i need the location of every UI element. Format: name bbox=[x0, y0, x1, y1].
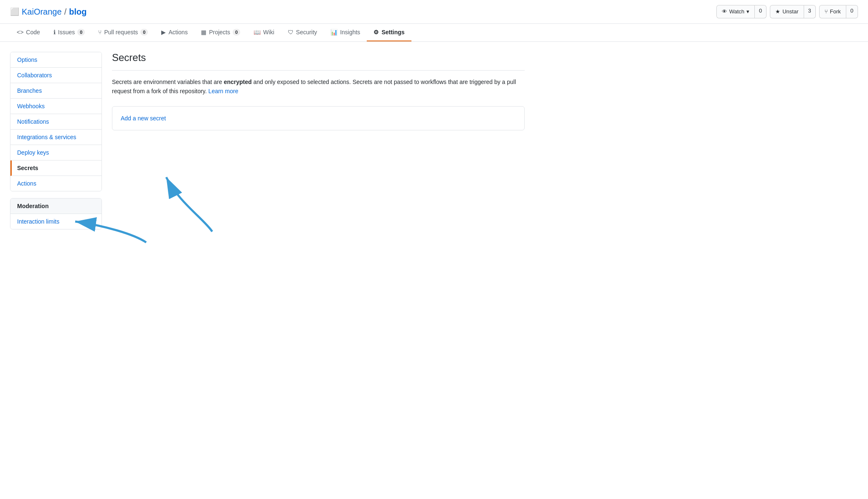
sidebar-main-section: Options Collaborators Branches Webhooks … bbox=[10, 52, 102, 191]
sidebar-moderation-section: Moderation Interaction limits bbox=[10, 198, 102, 229]
pull-requests-badge: 0 bbox=[140, 29, 148, 36]
sidebar-item-branches[interactable]: Branches bbox=[10, 83, 102, 99]
content-area: Secrets Secrets are environment variable… bbox=[112, 52, 525, 236]
top-actions: 👁 Watch ▾ 0 ★ Unstar 3 ⑂ Fork 0 bbox=[716, 5, 858, 18]
sidebar-item-notifications[interactable]: Notifications bbox=[10, 114, 102, 130]
sidebar: Options Collaborators Branches Webhooks … bbox=[10, 52, 102, 236]
sidebar-item-label: Notifications bbox=[17, 118, 49, 125]
sidebar-moderation-header: Moderation bbox=[10, 199, 102, 214]
sidebar-item-deploy-keys[interactable]: Deploy keys bbox=[10, 145, 102, 160]
security-icon: 🛡 bbox=[288, 29, 294, 36]
nav-security[interactable]: 🛡 Security bbox=[281, 24, 324, 41]
nav-settings[interactable]: ⚙ Settings bbox=[367, 24, 411, 41]
repo-separator: / bbox=[64, 7, 67, 17]
sidebar-item-label: Integrations & services bbox=[17, 134, 76, 140]
nav-settings-label: Settings bbox=[381, 29, 404, 36]
fork-button[interactable]: ⑂ Fork bbox=[819, 5, 846, 18]
nav-insights[interactable]: 📊 Insights bbox=[324, 24, 367, 41]
page-title: Secrets bbox=[112, 52, 525, 71]
settings-icon: ⚙ bbox=[373, 29, 379, 36]
fork-group: ⑂ Fork 0 bbox=[819, 5, 858, 18]
sidebar-item-integrations[interactable]: Integrations & services bbox=[10, 130, 102, 145]
nav-actions-label: Actions bbox=[168, 29, 188, 36]
nav-code-label: Code bbox=[26, 29, 40, 36]
nav-wiki[interactable]: 📖 Wiki bbox=[247, 24, 281, 41]
sidebar-item-label: Collaborators bbox=[17, 72, 52, 79]
nav-issues[interactable]: ℹ Issues 0 bbox=[47, 24, 92, 41]
code-icon: <> bbox=[17, 29, 23, 36]
nav-security-label: Security bbox=[296, 29, 317, 36]
top-bar: ⬜ KaiOrange / blog 👁 Watch ▾ 0 ★ Unstar … bbox=[0, 0, 868, 24]
sidebar-item-interaction-limits[interactable]: Interaction limits bbox=[10, 214, 102, 229]
fork-icon: ⑂ bbox=[825, 8, 828, 16]
issues-badge: 0 bbox=[77, 29, 85, 36]
content-description: Secrets are environment variables that a… bbox=[112, 77, 525, 96]
repo-nav: <> Code ℹ Issues 0 ⑂ Pull requests 0 ▶ A… bbox=[0, 24, 868, 42]
annotation-arrow bbox=[145, 152, 229, 236]
wiki-icon: 📖 bbox=[254, 29, 261, 36]
nav-projects[interactable]: ▦ Projects 0 bbox=[194, 24, 247, 41]
nav-code[interactable]: <> Code bbox=[10, 24, 47, 41]
nav-insights-label: Insights bbox=[340, 29, 360, 36]
sidebar-item-label: Deploy keys bbox=[17, 149, 49, 156]
nav-pull-requests[interactable]: ⑂ Pull requests 0 bbox=[91, 24, 155, 41]
watch-button[interactable]: 👁 Watch ▾ bbox=[716, 5, 755, 18]
insights-icon: 📊 bbox=[330, 29, 338, 36]
repo-icon: ⬜ bbox=[10, 7, 19, 16]
chevron-down-icon: ▾ bbox=[746, 8, 749, 16]
nav-actions[interactable]: ▶ Actions bbox=[155, 24, 194, 41]
sidebar-item-label: Interaction limits bbox=[17, 218, 59, 225]
issues-icon: ℹ bbox=[53, 29, 56, 36]
nav-projects-label: Projects bbox=[209, 29, 230, 36]
actions-icon: ▶ bbox=[161, 29, 166, 36]
main-content: Options Collaborators Branches Webhooks … bbox=[0, 42, 535, 246]
fork-count[interactable]: 0 bbox=[846, 5, 858, 18]
repo-owner[interactable]: KaiOrange bbox=[22, 7, 62, 17]
fork-label: Fork bbox=[830, 8, 841, 16]
nav-wiki-label: Wiki bbox=[263, 29, 274, 36]
secrets-box: Add a new secret bbox=[112, 106, 525, 130]
sidebar-item-label: Branches bbox=[17, 87, 42, 94]
star-icon: ★ bbox=[775, 8, 780, 16]
repo-title: ⬜ KaiOrange / blog bbox=[10, 7, 86, 17]
description-text-1: Secrets are environment variables that a… bbox=[112, 79, 224, 85]
unstar-label: Unstar bbox=[782, 8, 798, 16]
watch-label: Watch bbox=[729, 8, 744, 16]
watch-count[interactable]: 0 bbox=[755, 5, 766, 18]
sidebar-item-label: Webhooks bbox=[17, 103, 45, 109]
pull-requests-icon: ⑂ bbox=[98, 29, 102, 36]
unstar-button[interactable]: ★ Unstar bbox=[770, 5, 804, 18]
watch-group: 👁 Watch ▾ 0 bbox=[716, 5, 767, 18]
add-secret-link[interactable]: Add a new secret bbox=[121, 115, 166, 122]
nav-pull-requests-label: Pull requests bbox=[104, 29, 138, 36]
sidebar-item-options[interactable]: Options bbox=[10, 52, 102, 68]
sidebar-item-actions[interactable]: Actions bbox=[10, 176, 102, 191]
sidebar-item-webhooks[interactable]: Webhooks bbox=[10, 99, 102, 114]
sidebar-item-label: Actions bbox=[17, 180, 36, 187]
star-count[interactable]: 3 bbox=[804, 5, 816, 18]
projects-badge: 0 bbox=[233, 29, 240, 36]
sidebar-item-collaborators[interactable]: Collaborators bbox=[10, 68, 102, 83]
sidebar-item-label: Secrets bbox=[17, 165, 38, 171]
sidebar-item-secrets[interactable]: Secrets bbox=[10, 160, 102, 176]
eye-icon: 👁 bbox=[722, 8, 727, 16]
sidebar-item-label: Options bbox=[17, 56, 37, 63]
learn-more-link[interactable]: Learn more bbox=[208, 88, 239, 94]
projects-icon: ▦ bbox=[201, 29, 206, 36]
repo-name[interactable]: blog bbox=[69, 7, 86, 17]
nav-issues-label: Issues bbox=[58, 29, 75, 36]
unstar-group: ★ Unstar 3 bbox=[770, 5, 816, 18]
description-bold: encrypted bbox=[224, 79, 252, 85]
